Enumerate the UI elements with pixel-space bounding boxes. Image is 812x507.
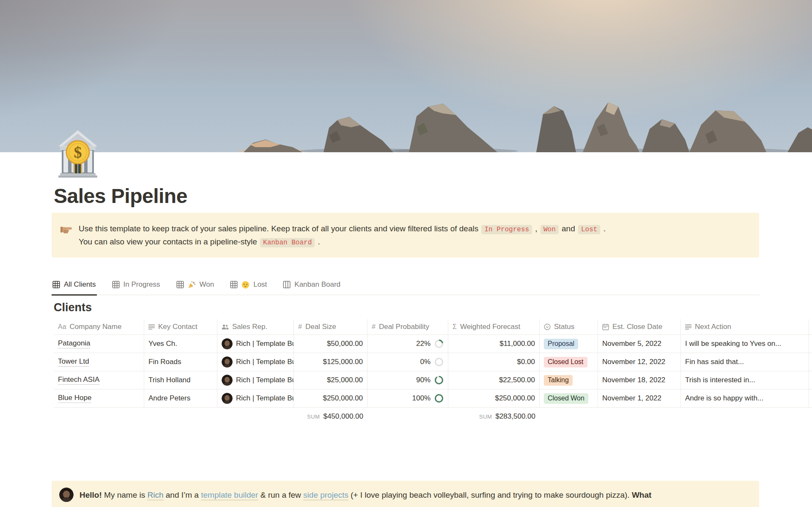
est-close-date-cell[interactable]: November 18, 2022 xyxy=(598,371,681,389)
deal-size-cell[interactable]: $125,000.00 xyxy=(294,353,368,371)
table-row: Patagonia Yves Ch. Rich | Template Build… xyxy=(54,335,812,353)
number-property-icon: # xyxy=(372,323,376,331)
column-header-key-contact[interactable]: Key Contact xyxy=(144,319,217,334)
deal-probability-cell[interactable]: 0% xyxy=(368,353,448,371)
next-action-cell[interactable]: Andre is so happy with... xyxy=(681,389,809,407)
sales-rep-cell[interactable]: Rich | Template Builder xyxy=(217,389,294,407)
svg-text:$: $ xyxy=(74,143,82,161)
board-view-icon xyxy=(283,281,291,288)
weighted-forecast-cell[interactable]: $0.00 xyxy=(448,353,540,371)
tab-label: In Progress xyxy=(123,280,160,289)
tab-won[interactable]: Won xyxy=(176,280,215,296)
key-contact-cell[interactable]: Yves Ch. xyxy=(144,335,217,353)
tab-label: Won xyxy=(200,280,214,289)
avatar xyxy=(222,393,233,404)
avatar xyxy=(222,356,233,367)
column-header-company-name[interactable]: Aa Company Name xyxy=(54,319,144,334)
key-contact-cell[interactable]: Fin Roads xyxy=(144,353,217,371)
table-header-row: Aa Company Name Key Contact Sales Rep. #… xyxy=(54,319,812,335)
overflow-cell xyxy=(809,371,812,389)
author-callout: Hello! My name is Rich and I’m a templat… xyxy=(52,481,759,507)
column-header-status[interactable]: Status xyxy=(540,319,598,334)
sales-pipeline-page: $ Sales Pipeline Use this template to ke… xyxy=(0,0,812,507)
page-icon[interactable]: $ xyxy=(54,128,102,178)
column-header-deal-size[interactable]: # Deal Size xyxy=(294,319,368,334)
status-cell[interactable]: Closed Lost xyxy=(540,353,598,371)
avatar xyxy=(222,375,233,386)
table-row: Fintech ASIA Trish Holland Rich | Templa… xyxy=(54,371,812,389)
table-view-icon xyxy=(230,281,238,288)
overflow-cell xyxy=(809,353,812,371)
est-close-date-cell[interactable]: November 12, 2022 xyxy=(598,353,681,371)
clients-table: Aa Company Name Key Contact Sales Rep. #… xyxy=(54,319,812,425)
avatar xyxy=(222,338,233,349)
tab-label: All Clients xyxy=(64,280,96,289)
probability-ring xyxy=(434,339,444,348)
pensive-face-icon xyxy=(241,281,250,289)
company-name-cell[interactable]: Blue Hope xyxy=(54,389,144,407)
table-view-icon xyxy=(52,281,60,288)
column-header-next-action[interactable]: Next Action xyxy=(681,319,809,334)
status-cell[interactable]: Closed Won xyxy=(540,389,598,407)
weighted-forecast-cell[interactable]: $11,000.00 xyxy=(448,335,540,353)
probability-ring xyxy=(434,375,444,385)
deal-probability-cell[interactable]: 100% xyxy=(368,389,448,407)
weighted-forecast-sum[interactable]: sum $283,500.00 xyxy=(448,408,540,425)
tab-label: Kanban Board xyxy=(294,280,340,289)
table-row: Blue Hope Andre Peters Rich | Template B… xyxy=(54,389,812,408)
deal-size-sum[interactable]: sum $450,000.00 xyxy=(294,408,368,425)
text-property-icon xyxy=(685,324,691,330)
column-header-weighted-forecast[interactable]: Σ Weighted Forecast xyxy=(448,319,540,334)
tab-kanban-board[interactable]: Kanban Board xyxy=(282,280,341,296)
weighted-forecast-cell[interactable]: $250,000.00 xyxy=(448,389,540,407)
tab-label: Lost xyxy=(253,280,267,289)
next-action-cell[interactable]: Trish is interested in... xyxy=(681,371,809,389)
author-callout-text: Hello! My name is Rich and I’m a templat… xyxy=(80,487,651,501)
number-property-icon: # xyxy=(298,323,302,331)
next-action-cell[interactable]: Fin has said that... xyxy=(681,353,809,371)
key-contact-cell[interactable]: Andre Peters xyxy=(144,389,217,407)
weighted-forecast-cell[interactable]: $22,500.00 xyxy=(448,371,540,389)
status-cell[interactable]: Proposal xyxy=(540,335,598,353)
date-property-icon xyxy=(602,323,609,330)
cover-rocks-illustration xyxy=(0,0,812,152)
deal-size-cell[interactable]: $25,000.00 xyxy=(294,371,368,389)
person-property-icon xyxy=(222,324,229,330)
text-property-icon xyxy=(148,324,155,330)
deal-probability-cell[interactable]: 22% xyxy=(368,335,448,353)
est-close-date-cell[interactable]: November 1, 2022 xyxy=(598,389,681,407)
deal-probability-cell[interactable]: 90% xyxy=(368,371,448,389)
est-close-date-cell[interactable]: November 5, 2022 xyxy=(598,335,681,353)
status-cell[interactable]: Talking xyxy=(540,371,598,389)
overflow-cell xyxy=(809,389,812,407)
sales-rep-cell[interactable]: Rich | Template Builder xyxy=(217,371,294,389)
status-tag: Closed Won xyxy=(544,393,588,404)
tab-in-progress[interactable]: In Progress xyxy=(111,280,161,296)
table-view-icon xyxy=(176,281,184,288)
status-tag: Proposal xyxy=(544,339,578,349)
view-tabs: All Clients In Progress Won Lost Kanban … xyxy=(52,280,760,295)
intro-callout-text: Use this template to keep track of your … xyxy=(79,222,606,249)
cover-image[interactable] xyxy=(0,0,812,152)
column-header-est-close-date[interactable]: Est. Close Date xyxy=(598,319,681,334)
probability-ring xyxy=(434,357,444,367)
company-name-cell[interactable]: Tower Ltd xyxy=(54,353,144,371)
company-name-cell[interactable]: Patagonia xyxy=(54,335,144,353)
status-tag: Talking xyxy=(544,375,573,386)
table-sum-row: sum $450,000.00 sum $283,500.00 xyxy=(54,408,812,425)
party-popper-icon xyxy=(188,281,196,289)
company-name-cell[interactable]: Fintech ASIA xyxy=(54,371,144,389)
sales-rep-cell[interactable]: Rich | Template Builder xyxy=(217,353,294,371)
column-header-deal-probability[interactable]: # Deal Probability xyxy=(368,319,448,334)
author-avatar xyxy=(59,488,74,502)
tab-lost[interactable]: Lost xyxy=(229,280,268,296)
column-header-sales-rep[interactable]: Sales Rep. xyxy=(217,319,294,334)
next-action-cell[interactable]: I will be speaking to Yves on... xyxy=(681,335,809,353)
deal-size-cell[interactable]: $50,000.00 xyxy=(294,335,368,353)
tab-all-clients[interactable]: All Clients xyxy=(52,280,97,296)
pointing-right-icon xyxy=(60,223,73,237)
deal-size-cell[interactable]: $250,000.00 xyxy=(294,389,368,407)
formula-property-icon: Σ xyxy=(453,323,457,331)
sales-rep-cell[interactable]: Rich | Template Builder xyxy=(217,335,294,353)
key-contact-cell[interactable]: Trish Holland xyxy=(144,371,217,389)
